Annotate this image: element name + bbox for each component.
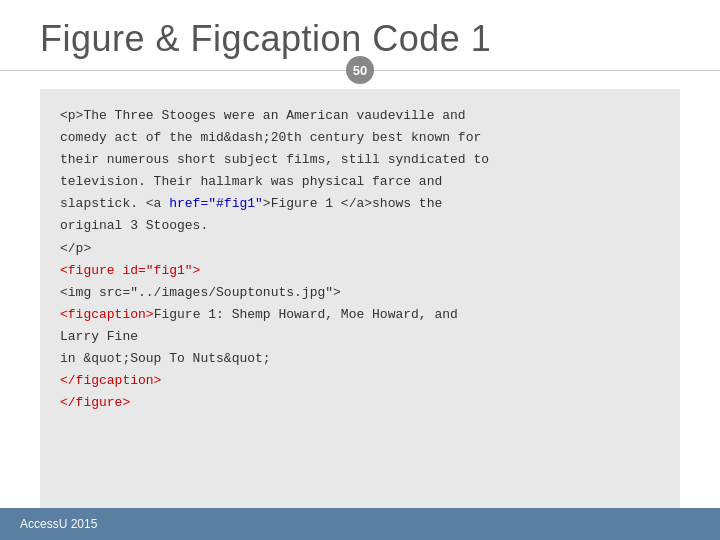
code-line: </figcaption> [60, 370, 660, 392]
code-line: Larry Fine [60, 326, 660, 348]
slide-number-badge: 50 [346, 56, 374, 84]
code-span: >Figure 1 </a>shows the [263, 196, 442, 211]
code-line: <figure id="fig1"> [60, 260, 660, 282]
slide-footer: AccessU 2015 [0, 508, 720, 540]
code-line: comedy act of the mid&dash;20th century … [60, 127, 660, 149]
code-line: television. Their hallmark was physical … [60, 171, 660, 193]
code-line: <img src="../images/Souptonuts.jpg"> [60, 282, 660, 304]
code-line: <figcaption>Figure 1: Shemp Howard, Moe … [60, 304, 660, 326]
divider-wrapper: 50 [0, 70, 720, 71]
code-line: original 3 Stooges. [60, 215, 660, 237]
code-line: slapstick. <a href="#fig1">Figure 1 </a>… [60, 193, 660, 215]
code-line: </figure> [60, 392, 660, 414]
footer-text: AccessU 2015 [20, 517, 97, 531]
code-block: <p>The Three Stooges were an American va… [40, 89, 680, 508]
code-line: their numerous short subject films, stil… [60, 149, 660, 171]
code-span: Figure 1: Shemp Howard, Moe Howard, and [154, 307, 458, 322]
slide-title: Figure & Figcaption Code 1 [40, 18, 680, 60]
code-span: href="#fig1" [169, 196, 263, 211]
code-line: <p>The Three Stooges were an American va… [60, 105, 660, 127]
code-line: in &quot;Soup To Nuts&quot; [60, 348, 660, 370]
code-line: </p> [60, 238, 660, 260]
slide: Figure & Figcaption Code 1 50 <p>The Thr… [0, 0, 720, 540]
code-span: <figcaption> [60, 307, 154, 322]
code-span: slapstick. <a [60, 196, 169, 211]
